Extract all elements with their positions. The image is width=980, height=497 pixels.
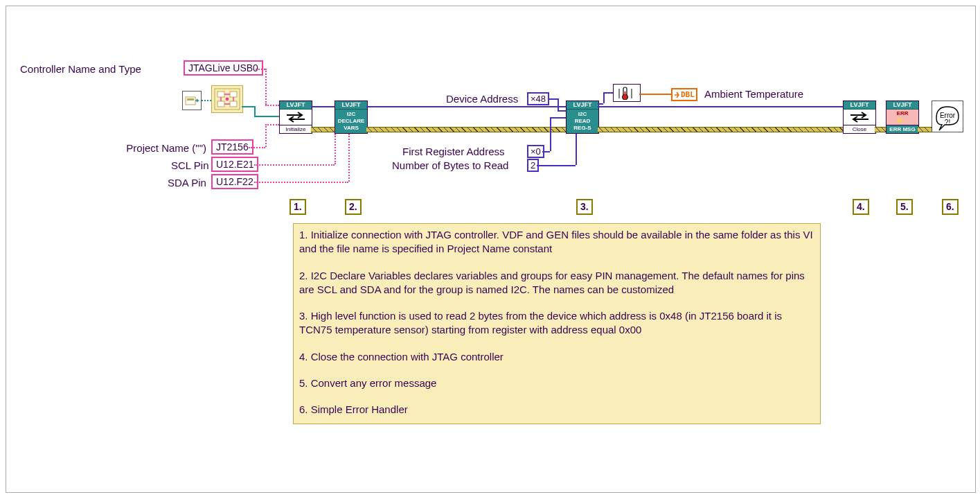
step-2-tag: 2. bbox=[345, 199, 362, 215]
wire-string bbox=[265, 124, 279, 125]
const-controller[interactable]: JTAGLive USB0 bbox=[184, 60, 263, 76]
vi-footer: Close bbox=[844, 125, 875, 133]
vi-header: LVJFT bbox=[280, 101, 312, 110]
note-3: 3. High level function is used to read 2… bbox=[299, 309, 814, 338]
label-ambient-temp: Ambient Temperature bbox=[704, 88, 803, 100]
svg-point-7 bbox=[226, 98, 229, 101]
notes-box: 1. Initialize connection with JTAG contr… bbox=[293, 223, 821, 424]
wire-int bbox=[550, 117, 551, 151]
label-first-reg: First Register Address bbox=[402, 146, 505, 157]
wire-int bbox=[598, 103, 603, 105]
vi-i2c-declare-vars[interactable]: LVJFT I2C DECLARE VARS bbox=[335, 101, 368, 134]
note-1: 1. Initialize connection with JTAG contr… bbox=[299, 228, 814, 256]
wire-ref bbox=[366, 106, 566, 107]
note-6: 6. Simple Error Handler bbox=[299, 403, 814, 417]
svg-rect-0 bbox=[186, 97, 195, 105]
wire-teal bbox=[202, 100, 211, 101]
svg-rect-10 bbox=[625, 91, 626, 96]
wire-string bbox=[348, 134, 350, 182]
svg-rect-4 bbox=[230, 91, 237, 97]
wire-string bbox=[249, 147, 265, 148]
wire-error bbox=[875, 127, 886, 132]
label-num-bytes: Number of Bytes to Read bbox=[392, 159, 508, 171]
wire-string bbox=[256, 69, 265, 70]
wire-ref bbox=[311, 106, 335, 107]
vi-header: LVJFT bbox=[335, 101, 367, 110]
step-6-tag: 6. bbox=[942, 199, 959, 215]
vi-initialize[interactable]: LVJFT Initialize bbox=[279, 101, 312, 134]
vi-header: LVJFT bbox=[844, 101, 875, 110]
arrows-icon bbox=[280, 110, 312, 125]
dbl-text: DBL bbox=[681, 90, 695, 99]
svg-text:?!: ?! bbox=[945, 119, 950, 126]
wire-int bbox=[576, 134, 577, 165]
wire-string bbox=[265, 124, 267, 147]
vi-footer: ERR MSG bbox=[887, 125, 918, 133]
app-path-icon[interactable] bbox=[182, 91, 202, 110]
wire-int bbox=[558, 110, 566, 112]
thermometer-icon[interactable] bbox=[613, 84, 641, 102]
wire-error bbox=[311, 127, 335, 132]
wire-error bbox=[366, 127, 566, 132]
dbl-indicator[interactable]: DBL bbox=[671, 88, 697, 101]
step-5-tag: 5. bbox=[896, 199, 913, 215]
svg-rect-5 bbox=[217, 101, 224, 107]
const-project[interactable]: JT2156 bbox=[211, 139, 253, 155]
build-path-icon[interactable] bbox=[211, 85, 243, 113]
note-5: 5. Convert any error message bbox=[299, 376, 814, 390]
svg-rect-3 bbox=[217, 91, 224, 97]
wire-error bbox=[598, 127, 843, 132]
wire-teal bbox=[254, 116, 279, 117]
vi-header: LVJFT bbox=[567, 101, 598, 110]
block-diagram-frame: Controller Name and Type JTAGLive USB0 P… bbox=[6, 6, 976, 493]
wire-teal bbox=[242, 106, 254, 107]
step-1-tag: 1. bbox=[289, 199, 306, 215]
const-sda[interactable]: U12.F22 bbox=[211, 174, 258, 189]
vi-body-text: I2C DECLARE VARS bbox=[335, 110, 367, 133]
vi-body-text: I2C READ REG-S bbox=[567, 110, 598, 133]
vi-header: LVJFT bbox=[887, 101, 918, 110]
wire-int bbox=[558, 98, 559, 110]
vi-err-msg[interactable]: LVJFT ERR ?!← ERR MSG bbox=[886, 101, 919, 134]
label-scl-pin: SCL Pin bbox=[171, 159, 208, 171]
wire-int bbox=[603, 92, 613, 94]
wire-dbl bbox=[639, 94, 671, 95]
vi-i2c-read-regs[interactable]: LVJFT I2C READ REG-S bbox=[566, 101, 599, 134]
label-sda-pin: SDA Pin bbox=[168, 177, 206, 189]
vi-close[interactable]: LVJFT Close bbox=[843, 101, 876, 134]
vi-err-body: ERR ?!← bbox=[887, 110, 918, 125]
wire-int bbox=[537, 165, 576, 166]
wire-teal bbox=[254, 106, 256, 116]
svg-rect-6 bbox=[230, 101, 237, 107]
const-scl[interactable]: U12.E21 bbox=[211, 157, 258, 172]
wire-string bbox=[254, 164, 335, 166]
wire-int bbox=[542, 151, 550, 152]
step-4-tag: 4. bbox=[853, 199, 869, 215]
step-3-tag: 3. bbox=[576, 199, 593, 215]
note-2: 2. I2C Declare Variables declares variab… bbox=[299, 269, 814, 297]
arrows-icon bbox=[844, 110, 875, 125]
label-controller-name-type: Controller Name and Type bbox=[20, 63, 141, 75]
wire-error bbox=[918, 127, 932, 132]
svg-rect-1 bbox=[187, 98, 194, 101]
wire-string bbox=[254, 182, 348, 183]
note-4: 4. Close the connection with JTAG contro… bbox=[299, 350, 814, 364]
wire-int bbox=[603, 92, 605, 103]
const-device-address[interactable]: ×48 bbox=[527, 92, 549, 105]
wire-string bbox=[265, 69, 267, 105]
vi-simple-error-handler[interactable]: Error ?! bbox=[932, 101, 963, 132]
wire-int bbox=[550, 117, 566, 119]
label-project-name: Project Name ("") bbox=[99, 142, 206, 154]
wire-string bbox=[265, 105, 279, 106]
wire-string bbox=[335, 134, 336, 164]
wire-ref bbox=[598, 106, 843, 107]
wire-int bbox=[548, 98, 558, 100]
label-device-address: Device Address bbox=[446, 93, 518, 105]
vi-footer: Initialize bbox=[280, 125, 312, 133]
